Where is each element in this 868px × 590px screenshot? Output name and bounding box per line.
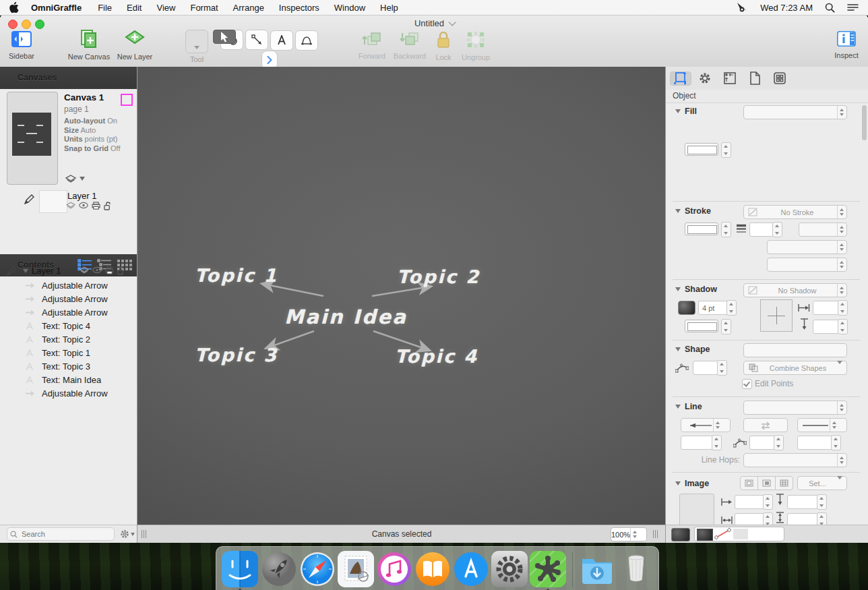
shadow-blur-stepper[interactable]: [726, 300, 737, 316]
line-start-size-stepper[interactable]: [712, 435, 722, 450]
shadow-style-well[interactable]: [678, 301, 695, 315]
apple-menu-icon[interactable]: [9, 2, 19, 13]
contents-layer-stack-icon[interactable]: [80, 266, 89, 274]
launchpad-icon[interactable]: [261, 551, 297, 587]
list-item[interactable]: Adjustable Arrow: [0, 292, 137, 305]
shadow-y-input[interactable]: [813, 320, 840, 334]
canvas-thumbnail[interactable]: [7, 92, 58, 185]
combine-shapes-select[interactable]: Combine Shapes: [743, 361, 847, 375]
list-item[interactable]: Text: Topic 2: [0, 332, 137, 346]
menu-help[interactable]: Help: [380, 3, 398, 13]
style-light-swatch[interactable]: [733, 529, 748, 539]
edit-points-checkbox[interactable]: [742, 379, 752, 389]
topic1-node[interactable]: Topic 1: [195, 265, 278, 286]
menu-format[interactable]: Format: [190, 3, 218, 13]
topic3-node[interactable]: Topic 3: [195, 345, 278, 365]
ibooks-icon[interactable]: [414, 551, 451, 587]
image-y-input[interactable]: [787, 495, 819, 509]
shadow-blur-input[interactable]: 4 pt: [698, 301, 728, 315]
finder-icon[interactable]: [222, 551, 258, 587]
tab-properties-gear[interactable]: [695, 69, 715, 87]
text-tool-button[interactable]: [270, 30, 293, 51]
layer-stack-icon[interactable]: [66, 202, 75, 209]
zoom-stepper[interactable]: [630, 528, 646, 541]
shadow-x-input[interactable]: [813, 301, 840, 315]
list-item[interactable]: Adjustable Arrow: [0, 386, 137, 400]
list-item[interactable]: Adjustable Arrow: [0, 278, 137, 292]
menu-file[interactable]: File: [98, 3, 112, 13]
list-item[interactable]: Text: Topic 3: [0, 359, 137, 373]
menu-inspectors[interactable]: Inspectors: [279, 3, 319, 13]
new-canvas-button[interactable]: New Canvas: [64, 30, 114, 61]
image-fill-button[interactable]: [757, 476, 776, 490]
image-x-input[interactable]: [735, 495, 765, 509]
stroke-type-select[interactable]: No Stroke: [743, 205, 847, 219]
layer-print-icon[interactable]: [92, 202, 100, 210]
menu-view[interactable]: View: [156, 3, 175, 13]
line-end-size-input[interactable]: [797, 436, 833, 450]
stroke-width-stepper[interactable]: [772, 222, 782, 237]
line-end-size-stepper[interactable]: [831, 435, 841, 450]
inspector-scrollbar[interactable]: [862, 105, 867, 140]
image-fit-button[interactable]: [740, 476, 758, 490]
shape-section-header[interactable]: Shape: [675, 345, 710, 354]
sidebar-search-field[interactable]: [7, 527, 115, 541]
canvas-name[interactable]: Canvas 1: [64, 92, 104, 102]
stroke-style-line-swatch[interactable]: [713, 527, 733, 541]
stroke-position-select[interactable]: [767, 258, 847, 272]
forward-button[interactable]: Forward: [354, 31, 390, 60]
shadow-section-header[interactable]: Shadow: [675, 285, 717, 294]
tab-canvas-size[interactable]: [720, 69, 740, 87]
image-x-stepper[interactable]: [763, 494, 773, 510]
contents-print-icon[interactable]: [105, 266, 114, 274]
line-tool-button[interactable]: [245, 30, 268, 50]
system-preferences-icon[interactable]: [491, 551, 528, 587]
inspector-resize-grip[interactable]: [653, 530, 660, 538]
contents-layer-row[interactable]: Layer 1: [7, 266, 130, 276]
line-curve-input[interactable]: [749, 436, 776, 450]
layer-thumbnail[interactable]: [39, 190, 67, 213]
line-type-select[interactable]: [743, 401, 847, 415]
fill-section-header[interactable]: Fill: [675, 107, 697, 116]
stroke-style-select[interactable]: [799, 223, 847, 237]
lock-button[interactable]: Lock: [432, 31, 455, 61]
app-store-icon[interactable]: [453, 551, 489, 587]
search-input[interactable]: [20, 529, 97, 539]
stroke-color-stepper[interactable]: [721, 222, 731, 237]
layer-name[interactable]: Layer 1: [67, 191, 96, 201]
notification-center-icon[interactable]: [847, 3, 859, 12]
line-start-size-input[interactable]: [681, 436, 714, 450]
shape-field[interactable]: [743, 343, 847, 357]
menu-app-name[interactable]: OmniGraffle: [31, 3, 82, 13]
shadow-color-well[interactable]: [685, 320, 718, 332]
list-item[interactable]: Text: Topic 1: [0, 346, 137, 359]
spotlight-search-icon[interactable]: [825, 3, 835, 13]
shape-radius-input[interactable]: [693, 361, 719, 375]
omnigraffle-icon[interactable]: [530, 551, 566, 587]
inspect-button[interactable]: Inspect: [829, 31, 864, 59]
shadow-type-select[interactable]: No Shadow: [743, 283, 847, 297]
ungroup-button[interactable]: Ungroup: [458, 31, 494, 61]
shadow-offset-pad[interactable]: [760, 299, 793, 332]
line-hops-select[interactable]: [743, 453, 847, 467]
menu-edit[interactable]: Edit: [127, 3, 142, 13]
layer-lock-open-icon[interactable]: [104, 202, 111, 210]
layers-options-dropdown[interactable]: [65, 175, 85, 183]
mail-icon[interactable]: [338, 551, 374, 587]
shadow-y-stepper[interactable]: [838, 319, 848, 334]
layer-visibility-eye-icon[interactable]: [79, 202, 88, 209]
safari-icon[interactable]: [299, 551, 336, 587]
screen-sharing-cursor-icon[interactable]: [737, 3, 748, 13]
line-start-arrowhead-select[interactable]: [681, 418, 731, 432]
line-curve-stepper[interactable]: [774, 435, 784, 450]
image-set-select[interactable]: Set...: [797, 476, 847, 490]
trash-icon[interactable]: [618, 551, 654, 587]
tab-object[interactable]: [670, 71, 691, 86]
downloads-folder-icon[interactable]: [579, 551, 615, 587]
shadow-x-stepper[interactable]: [838, 300, 848, 316]
tab-stencils[interactable]: [770, 69, 790, 87]
drawing-canvas[interactable]: Topic 1 Topic 2 Main Idea Topic 3 Topic …: [137, 67, 666, 525]
menu-arrange[interactable]: Arrange: [233, 3, 264, 13]
list-item[interactable]: Text: Topic 4: [0, 319, 137, 332]
fill-style-swatch[interactable]: [671, 528, 690, 541]
